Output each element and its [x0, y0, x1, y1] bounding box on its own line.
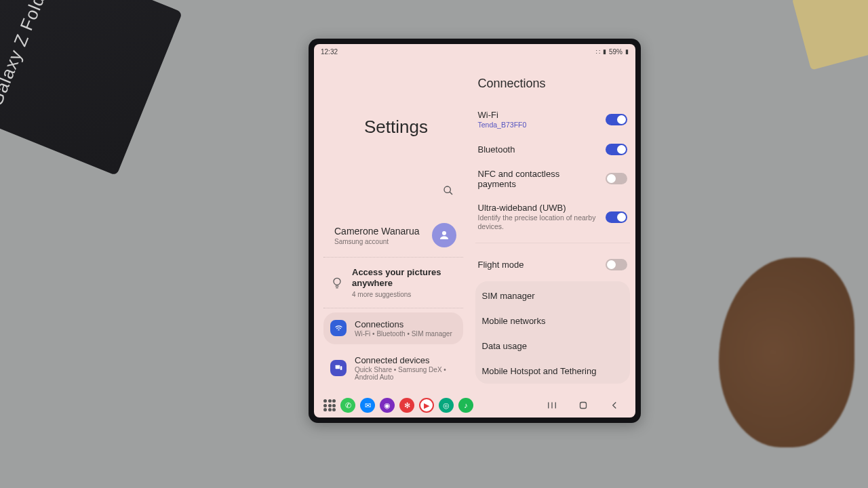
samsung-account-row[interactable]: Camerone Wanarua Samsung account	[323, 215, 463, 258]
sidebar-item-label: Connections	[355, 319, 452, 329]
wifi-setting-icon	[330, 320, 347, 336]
nfc-toggle[interactable]	[606, 173, 627, 184]
mobile-networks-row[interactable]: Mobile networks	[479, 308, 626, 333]
wifi-icon: ⸬	[596, 48, 600, 56]
sidebar-item-connections[interactable]: Connections Wi-Fi • Bluetooth • SIM mana…	[323, 312, 463, 344]
uwb-description: Identify the precise location of nearby …	[478, 214, 600, 232]
back-button[interactable]	[608, 399, 620, 411]
product-box-label: Galaxy Z Fold6	[0, 0, 54, 109]
svg-rect-4	[335, 365, 340, 369]
hotspot-row[interactable]: Mobile Hotspot and Tethering	[479, 359, 626, 384]
wifi-row[interactable]: Wi-Fi Tenda_B73FF0	[475, 103, 630, 137]
phone-screen: 12:32 ⸬ ▮ 59% ▮ Settings Camerone Wanaru…	[314, 44, 635, 418]
page-title: Settings	[364, 117, 463, 138]
uwb-toggle[interactable]	[606, 211, 627, 223]
phone-app-icon[interactable]: ✆	[340, 398, 355, 413]
desk-object	[792, 0, 868, 70]
devices-icon	[330, 360, 347, 376]
status-time: 12:32	[321, 48, 338, 56]
status-battery: 59%	[609, 48, 623, 56]
sidebar-item-sub: Wi-Fi • Bluetooth • SIM manager	[355, 330, 452, 338]
svg-rect-5	[340, 366, 342, 369]
sidebar-item-label: Connected devices	[355, 355, 456, 365]
suggestion-title: Access your pictures anywhere	[352, 267, 456, 289]
sidebar-item-connected-devices[interactable]: Connected devices Quick Share • Samsung …	[323, 348, 463, 388]
youtube-app-icon[interactable]: ▶	[419, 398, 434, 413]
bulb-icon	[330, 276, 344, 289]
svg-rect-9	[580, 403, 587, 409]
home-button[interactable]	[577, 399, 589, 411]
whatsapp-app-icon[interactable]: ◎	[439, 398, 454, 413]
flight-mode-label: Flight mode	[478, 260, 600, 270]
battery-icon: ▮	[625, 48, 629, 55]
hand	[719, 258, 854, 447]
flight-mode-row[interactable]: Flight mode	[475, 252, 630, 277]
sidebar-item-sub: Quick Share • Samsung DeX • Android Auto	[355, 366, 456, 381]
taskbar: ✆ ✉ ◉ ✻ ▶ ◎ ♪	[314, 393, 635, 418]
phone-device: 12:32 ⸬ ▮ 59% ▮ Settings Camerone Wanaru…	[309, 39, 641, 423]
settings-left-pane: Settings Camerone Wanarua Samsung accoun…	[314, 59, 469, 393]
svg-point-3	[334, 278, 340, 285]
account-sub: Samsung account	[334, 238, 432, 245]
bluetooth-row[interactable]: Bluetooth	[475, 137, 630, 162]
sim-manager-row[interactable]: SIM manager	[479, 283, 626, 308]
wifi-label: Wi-Fi	[478, 110, 600, 120]
svg-point-0	[444, 186, 450, 192]
spotify-app-icon[interactable]: ♪	[458, 398, 473, 413]
bluetooth-toggle[interactable]	[606, 144, 627, 155]
wifi-toggle[interactable]	[606, 114, 627, 125]
svg-line-1	[450, 192, 452, 195]
uwb-row[interactable]: Ultra-wideband (UWB) Identify the precis…	[475, 196, 630, 239]
recents-button[interactable]	[546, 399, 558, 411]
nfc-label: NFC and contactless payments	[478, 169, 600, 189]
account-name: Camerone Wanarua	[334, 226, 432, 237]
product-box: Galaxy Z Fold6	[0, 0, 182, 176]
gallery-app-icon[interactable]: ✻	[399, 398, 414, 413]
apps-grid-icon[interactable]	[323, 399, 336, 411]
search-icon[interactable]	[443, 185, 454, 199]
data-usage-row[interactable]: Data usage	[479, 333, 626, 359]
suggestion-row[interactable]: Access your pictures anywhere 4 more sug…	[323, 258, 463, 308]
connections-panel: Connections Wi-Fi Tenda_B73FF0 Bluetooth	[469, 59, 635, 393]
wifi-network-name: Tenda_B73FF0	[478, 121, 600, 130]
avatar[interactable]	[432, 223, 456, 247]
suggestion-sub: 4 more suggestions	[352, 291, 456, 298]
browser-app-icon[interactable]: ◉	[380, 398, 395, 413]
status-bar: 12:32 ⸬ ▮ 59% ▮	[314, 44, 635, 59]
nfc-row[interactable]: NFC and contactless payments	[475, 162, 630, 196]
flight-mode-toggle[interactable]	[606, 259, 627, 270]
svg-point-2	[442, 231, 446, 235]
messages-app-icon[interactable]: ✉	[360, 398, 375, 413]
panel-title: Connections	[478, 77, 630, 91]
signal-icon: ▮	[603, 48, 606, 55]
uwb-label: Ultra-wideband (UWB)	[478, 203, 600, 213]
bluetooth-label: Bluetooth	[478, 144, 600, 155]
